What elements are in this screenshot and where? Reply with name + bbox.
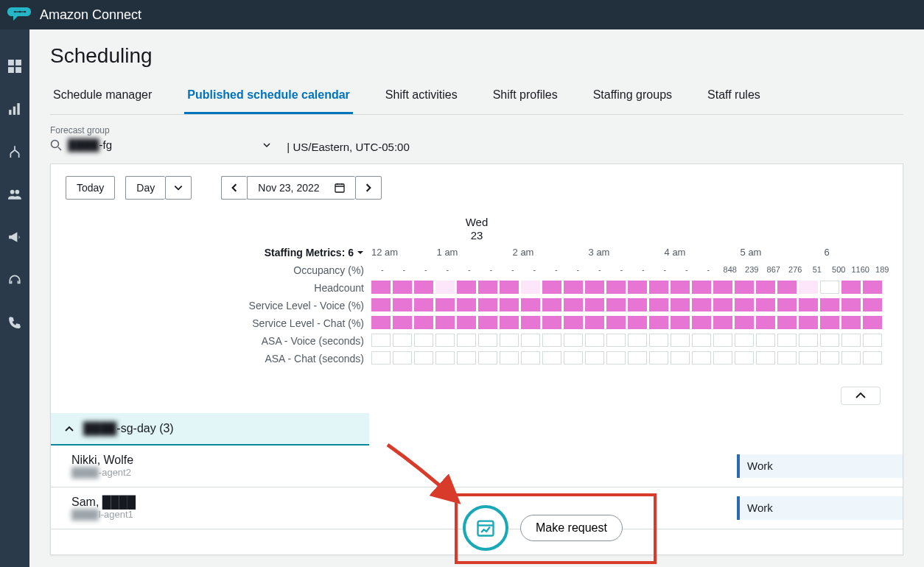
chevron-down-icon	[173, 183, 183, 193]
chevron-up-icon	[855, 392, 867, 399]
caret-down-icon	[357, 249, 364, 256]
date-dow: Wed	[51, 216, 903, 229]
agent-login-redacted: ████	[71, 509, 99, 520]
svg-rect-6	[15, 67, 21, 73]
asa-chat-row	[371, 348, 903, 366]
date-nav: Nov 23, 2022	[221, 176, 381, 200]
page-title: Scheduling	[50, 44, 903, 68]
prev-day-button[interactable]	[221, 176, 247, 200]
make-request-icon-button[interactable]	[463, 505, 508, 551]
search-icon	[50, 139, 62, 151]
occupancy-row: ----------------848239867276515001160189	[371, 261, 903, 278]
today-button[interactable]: Today	[66, 176, 115, 200]
work-shift-bar[interactable]: Work	[737, 496, 903, 520]
svg-rect-4	[15, 60, 21, 66]
svg-rect-14	[478, 521, 494, 536]
collapse-metrics-button[interactable]	[841, 387, 881, 405]
date-picker-button[interactable]: Nov 23, 2022	[247, 176, 354, 200]
tab-bar: Schedule manager Published schedule cale…	[50, 81, 903, 115]
timezone-label: | US/Eastern, UTC-05:00	[287, 141, 409, 153]
forecast-group-value-suffix: -fg	[99, 138, 113, 151]
svg-rect-13	[335, 184, 344, 192]
calendar-toolbar: Today Day Nov 23, 2022	[51, 164, 903, 211]
agent-timeline[interactable]: Work	[369, 446, 903, 487]
chevron-left-icon	[229, 183, 239, 193]
staffing-group-header[interactable]: ████-sg-day (3)	[51, 413, 369, 446]
forecast-group-row: Forecast group ████-fg | US/Eastern, UTC…	[50, 125, 903, 153]
agent-row[interactable]: Nikki, Wolfe ████-agent2 Work	[51, 446, 903, 487]
tab-shift-activities[interactable]: Shift activities	[382, 81, 461, 114]
asa-voice-row	[371, 331, 903, 348]
time-ruler: 12 am1 am2 am3 am4 am5 am6	[371, 247, 903, 261]
range-picker[interactable]: Day	[125, 176, 192, 200]
chevron-up-icon	[64, 425, 74, 432]
svg-point-12	[52, 140, 59, 147]
range-dropdown-button[interactable]	[165, 176, 192, 200]
headcount-row	[371, 278, 903, 295]
nav-announce-icon[interactable]	[7, 230, 22, 244]
tab-staff-rules[interactable]: Staff rules	[704, 81, 763, 114]
nav-phone-icon[interactable]	[7, 315, 22, 330]
svg-rect-5	[8, 67, 14, 73]
svg-rect-8	[13, 107, 15, 115]
app-header: Amazon Connect	[0, 0, 924, 29]
make-request-button[interactable]: Make request	[520, 515, 623, 541]
forecast-group-select[interactable]: ████-fg	[50, 138, 271, 151]
agent-login-suffix: l-agent1	[99, 509, 133, 520]
date-header: Wed 23	[51, 216, 903, 242]
svg-rect-3	[8, 60, 14, 66]
agent-name: Nikki, Wolfe	[71, 454, 369, 467]
metric-asa-voice-label: ASA - Voice (seconds)	[262, 332, 364, 350]
metric-sl-chat-label: Service Level - Chat (%)	[252, 314, 364, 332]
staffing-metrics: Staffing Metrics: 6 Occupancy (%) Headco…	[51, 247, 903, 379]
tab-published-calendar[interactable]: Published schedule calendar	[184, 81, 353, 114]
nav-dashboard-icon[interactable]	[7, 59, 22, 74]
date-value: Nov 23, 2022	[258, 182, 319, 194]
svg-point-11	[15, 190, 20, 194]
agent-name: Sam, ████	[71, 496, 369, 509]
agent-login-suffix: -agent2	[99, 467, 131, 478]
nav-users-icon[interactable]	[7, 187, 22, 202]
forecast-group-value-redacted: ████	[68, 138, 99, 151]
agent-timeline[interactable]: Work	[369, 487, 903, 529]
svg-rect-9	[17, 103, 19, 115]
group-name-redacted: ████	[83, 422, 116, 435]
make-request-callout: Make request	[463, 505, 623, 551]
app-name: Amazon Connect	[40, 7, 141, 23]
work-shift-bar[interactable]: Work	[737, 454, 903, 478]
tab-schedule-manager[interactable]: Schedule manager	[50, 81, 155, 114]
range-value[interactable]: Day	[125, 176, 165, 200]
chevron-right-icon	[363, 183, 374, 193]
calendar-card: Today Day Nov 23, 2022 Wed 23 S	[50, 163, 903, 555]
metric-sl-voice-label: Service Level - Voice (%)	[249, 297, 364, 314]
metrics-header[interactable]: Staffing Metrics: 6	[265, 247, 364, 258]
metric-labels-col: Staffing Metrics: 6 Occupancy (%) Headco…	[51, 247, 371, 379]
metric-occupancy-label: Occupancy (%)	[293, 261, 364, 279]
calendar-chart-icon	[475, 518, 496, 538]
nav-analytics-icon[interactable]	[7, 102, 22, 116]
calendar-icon	[335, 183, 345, 193]
app-logo-icon	[7, 6, 32, 24]
sl-voice-row	[371, 295, 903, 313]
date-day: 23	[51, 229, 903, 242]
nav-routing-icon[interactable]	[7, 144, 22, 159]
chevron-down-icon	[262, 141, 271, 149]
forecast-group-label: Forecast group	[50, 125, 903, 135]
main-content: Scheduling Schedule manager Published sc…	[29, 29, 924, 567]
tab-shift-profiles[interactable]: Shift profiles	[490, 81, 561, 114]
metrics-grid: 12 am1 am2 am3 am4 am5 am6 -------------…	[371, 247, 903, 379]
svg-point-10	[10, 190, 15, 194]
svg-rect-7	[9, 110, 11, 115]
group-name-suffix: -sg-day (3)	[116, 422, 173, 435]
left-nav	[0, 29, 29, 567]
metric-asa-chat-label: ASA - Chat (seconds)	[265, 350, 364, 367]
metric-headcount-label: Headcount	[314, 279, 364, 297]
agent-login-redacted: ████	[71, 467, 99, 478]
tab-staffing-groups[interactable]: Staffing groups	[590, 81, 675, 114]
sl-chat-row	[371, 313, 903, 331]
next-day-button[interactable]	[355, 176, 382, 200]
nav-headset-icon[interactable]	[7, 272, 22, 287]
